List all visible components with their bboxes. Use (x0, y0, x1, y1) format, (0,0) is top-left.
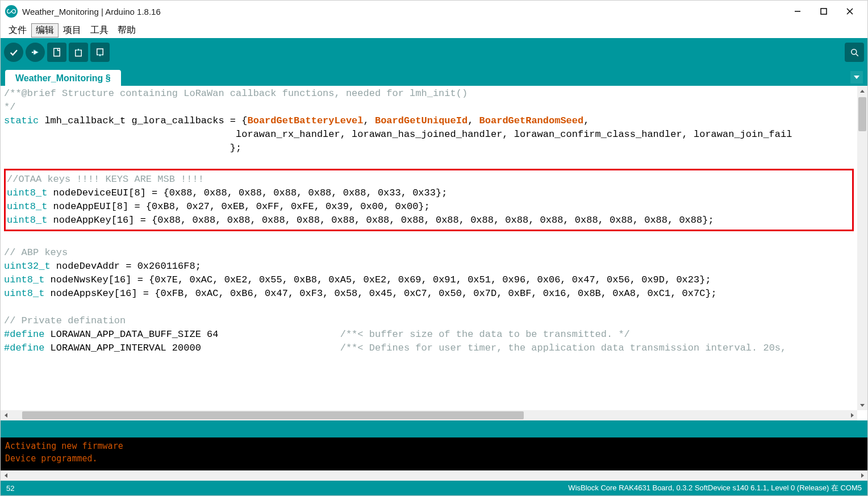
console-scrollbar[interactable] (1, 470, 867, 481)
code-text: nodeDeviceEUI[8] = {0x88, 0x88, 0x88, 0x… (47, 187, 447, 198)
svg-rect-5 (54, 48, 60, 56)
arduino-logo-icon (5, 5, 18, 18)
editor-area: /**@brief Structure containing LoRaWan c… (1, 86, 867, 420)
svg-rect-1 (821, 9, 827, 14)
scroll-track[interactable] (857, 96, 867, 400)
svg-marker-17 (5, 473, 7, 478)
code-text: LORAWAN_APP_DATA_BUFF_SIZE 64 (44, 329, 340, 340)
scroll-left-icon[interactable] (1, 410, 11, 420)
svg-rect-6 (76, 50, 82, 56)
code-text: nodeNwsKey[16] = {0x7E, 0xAC, 0xE2, 0x55… (44, 274, 711, 285)
svg-rect-8 (97, 49, 103, 55)
scroll-thumb[interactable] (858, 97, 866, 131)
svg-marker-14 (860, 404, 865, 407)
code-comment: */ (4, 102, 15, 112)
svg-point-10 (852, 49, 857, 55)
code-text: lorawan_rx_handler, lorawan_has_joined_h… (4, 129, 792, 140)
code-comment: // Private defination (4, 315, 126, 326)
code-text: nodeDevAddr = 0x260116F8; (51, 261, 201, 272)
tab-menu-button[interactable] (850, 71, 863, 84)
maximize-button[interactable] (811, 3, 837, 20)
menubar: 文件 编辑 项目 工具 帮助 (1, 22, 867, 38)
window-title: Weather_Monitoring | Arduino 1.8.16 (22, 7, 784, 16)
tabbar: Weather_Monitoring § (1, 66, 867, 86)
svg-marker-9 (98, 55, 102, 57)
svg-line-11 (856, 54, 858, 56)
menu-edit[interactable]: 编辑 (31, 23, 59, 37)
scroll-track[interactable] (11, 470, 857, 481)
code-text: }; (4, 143, 241, 153)
vertical-scrollbar[interactable] (857, 86, 867, 410)
scroll-down-icon[interactable] (857, 400, 867, 410)
status-strip (1, 420, 867, 437)
code-text: , (364, 115, 375, 126)
serial-monitor-button[interactable] (845, 43, 864, 62)
code-define: #define (4, 329, 44, 340)
highlight-box: //OTAA keys !!!! KEYS ARE MSB !!!! uint8… (4, 169, 854, 231)
scroll-track[interactable] (11, 410, 847, 420)
console-line: Activating new firmware (5, 440, 863, 452)
code-text: lmh_callback_t g_lora_callbacks = { (39, 115, 247, 126)
verify-button[interactable] (4, 43, 23, 62)
code-editor[interactable]: /**@brief Structure containing LoRaWan c… (1, 86, 857, 410)
console-output[interactable]: Activating new firmware Device programme… (1, 437, 867, 470)
menu-help[interactable]: 帮助 (113, 23, 140, 37)
scroll-right-icon[interactable] (857, 470, 867, 481)
svg-marker-16 (851, 413, 854, 418)
svg-marker-4 (34, 50, 39, 55)
code-text: , (468, 115, 479, 126)
footer-bar: 52 WisBlock Core RAK4631 Board, 0.3.2 So… (1, 481, 867, 495)
code-comment: //OTAA keys !!!! KEYS ARE MSB !!!! (7, 174, 204, 185)
code-text: LORAWAN_APP_INTERVAL 20000 (44, 343, 340, 353)
scroll-up-icon[interactable] (857, 86, 867, 96)
arduino-ide-window: Weather_Monitoring | Arduino 1.8.16 文件 编… (0, 0, 868, 496)
code-comment: /**< Defines for user timer, the applica… (340, 343, 792, 353)
svg-marker-12 (854, 76, 859, 79)
toolbar (1, 38, 867, 66)
new-button[interactable] (47, 43, 66, 62)
scroll-left-icon[interactable] (1, 470, 11, 481)
code-func: BoardGetRandomSeed (479, 115, 584, 126)
menu-file[interactable]: 文件 (4, 23, 31, 37)
save-button[interactable] (90, 43, 110, 62)
horizontal-scrollbar[interactable] (1, 410, 857, 420)
code-keyword: static (4, 115, 39, 126)
code-func: BoardGetUniqueId (375, 115, 468, 126)
board-info: WisBlock Core RAK4631 Board, 0.3.2 SoftD… (568, 483, 862, 493)
code-comment: // ABP keys (4, 247, 68, 258)
code-type: uint8_t (4, 274, 44, 285)
minimize-button[interactable] (784, 3, 811, 20)
code-type: uint8_t (7, 187, 47, 198)
svg-marker-18 (861, 473, 864, 478)
line-number: 52 (6, 484, 568, 493)
scroll-thumb[interactable] (22, 411, 524, 419)
code-text: nodeAppEUI[8] = {0xB8, 0x27, 0xEB, 0xFF,… (47, 201, 429, 212)
scroll-right-icon[interactable] (847, 410, 857, 420)
titlebar: Weather_Monitoring | Arduino 1.8.16 (1, 1, 867, 22)
code-func: BoardGetBatteryLevel (247, 115, 363, 126)
code-text: , (583, 115, 589, 126)
code-define: #define (4, 343, 44, 353)
svg-marker-7 (77, 48, 80, 51)
code-type: uint8_t (4, 288, 44, 299)
svg-marker-15 (5, 413, 7, 418)
code-text: nodeAppsKey[16] = {0xFB, 0xAC, 0xB6, 0x4… (44, 288, 716, 299)
code-type: uint32_t (4, 261, 51, 272)
menu-project[interactable]: 项目 (59, 23, 86, 37)
svg-marker-13 (860, 90, 865, 93)
upload-button[interactable] (26, 43, 45, 62)
console-line: Device programmed. (5, 452, 863, 465)
code-comment: /**@brief Structure containing LoRaWan c… (4, 88, 468, 99)
close-button[interactable] (837, 3, 863, 20)
code-type: uint8_t (7, 201, 47, 212)
tab-weather-monitoring[interactable]: Weather_Monitoring § (5, 70, 121, 86)
code-type: uint8_t (7, 215, 47, 226)
code-text: nodeAppKey[16] = {0x88, 0x88, 0x88, 0x88… (47, 215, 713, 226)
open-button[interactable] (69, 43, 88, 62)
code-comment: /**< buffer size of the data to be trans… (340, 329, 630, 340)
menu-tools[interactable]: 工具 (86, 23, 113, 37)
